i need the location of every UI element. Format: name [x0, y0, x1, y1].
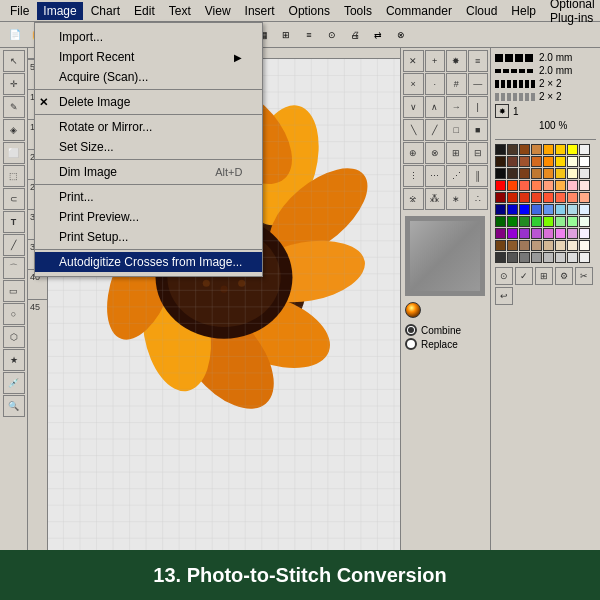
stitch-w1[interactable]: ※	[403, 188, 424, 210]
stitch-t1[interactable]: ⊕	[403, 142, 424, 164]
palette-color-23[interactable]	[579, 168, 590, 179]
palette-color-47[interactable]	[579, 204, 590, 215]
icon-1[interactable]: ⊙	[495, 267, 513, 285]
palette-color-79[interactable]	[579, 252, 590, 263]
palette-color-59[interactable]	[531, 228, 542, 239]
tool-star[interactable]: ★	[3, 349, 25, 371]
palette-color-6[interactable]	[567, 144, 578, 155]
stitch-hash[interactable]: #	[446, 73, 467, 95]
palette-color-10[interactable]	[519, 156, 530, 167]
palette-color-72[interactable]	[495, 252, 506, 263]
palette-color-28[interactable]	[543, 180, 554, 191]
palette-color-62[interactable]	[567, 228, 578, 239]
stitch-fill[interactable]: ■	[468, 119, 489, 141]
palette-color-19[interactable]	[531, 168, 542, 179]
tb9[interactable]: ⊙	[321, 24, 343, 46]
palette-color-75[interactable]	[531, 252, 542, 263]
palette-color-58[interactable]	[519, 228, 530, 239]
menu-print[interactable]: Print...	[35, 187, 262, 207]
tool-ellipse[interactable]: ○	[3, 303, 25, 325]
menu-plugins[interactable]: Optional Plug-ins	[544, 0, 600, 27]
palette-color-49[interactable]	[507, 216, 518, 227]
palette-color-50[interactable]	[519, 216, 530, 227]
menu-options[interactable]: Options	[283, 2, 336, 20]
stitch-dash[interactable]: —	[468, 73, 489, 95]
stitch-h[interactable]: ∧	[425, 96, 446, 118]
menu-file[interactable]: File	[4, 2, 35, 20]
tb7[interactable]: ⊞	[275, 24, 297, 46]
menu-help[interactable]: Help	[505, 2, 542, 20]
stitch-arrow[interactable]: →	[446, 96, 467, 118]
palette-color-15[interactable]	[579, 156, 590, 167]
stitch-w2[interactable]: ⁂	[425, 188, 446, 210]
palette-color-9[interactable]	[507, 156, 518, 167]
palette-color-52[interactable]	[543, 216, 554, 227]
palette-color-4[interactable]	[543, 144, 554, 155]
stitch-v[interactable]: ∨	[403, 96, 424, 118]
menu-edit[interactable]: Edit	[128, 2, 161, 20]
palette-color-65[interactable]	[507, 240, 518, 251]
palette-color-68[interactable]	[543, 240, 554, 251]
tb11[interactable]: ⇄	[367, 24, 389, 46]
menu-import-recent[interactable]: Import Recent ▶	[35, 47, 262, 67]
palette-color-70[interactable]	[567, 240, 578, 251]
stitch-x[interactable]: ×	[403, 73, 424, 95]
palette-color-42[interactable]	[519, 204, 530, 215]
tool-eyedropper[interactable]: 💉	[3, 372, 25, 394]
palette-color-77[interactable]	[555, 252, 566, 263]
menu-rotate[interactable]: Rotate or Mirror...	[35, 117, 262, 137]
palette-color-26[interactable]	[519, 180, 530, 191]
tool-curve[interactable]: ⌒	[3, 257, 25, 279]
menu-autodigitize[interactable]: Autodigitize Crosses from Image...	[35, 252, 262, 272]
palette-color-22[interactable]	[567, 168, 578, 179]
palette-color-54[interactable]	[567, 216, 578, 227]
palette-color-2[interactable]	[519, 144, 530, 155]
tb10[interactable]: 🖨	[344, 24, 366, 46]
combine-radio[interactable]	[405, 324, 417, 336]
tool-polygon[interactable]: ⬡	[3, 326, 25, 348]
palette-color-45[interactable]	[555, 204, 566, 215]
menu-chart[interactable]: Chart	[85, 2, 126, 20]
palette-color-38[interactable]	[567, 192, 578, 203]
palette-color-56[interactable]	[495, 228, 506, 239]
menu-tools[interactable]: Tools	[338, 2, 378, 20]
stitch-u1[interactable]: ⋮	[403, 165, 424, 187]
palette-color-7[interactable]	[579, 144, 590, 155]
palette-color-35[interactable]	[531, 192, 542, 203]
stitch-t4[interactable]: ⊟	[468, 142, 489, 164]
palette-color-37[interactable]	[555, 192, 566, 203]
palette-color-55[interactable]	[579, 216, 590, 227]
palette-color-20[interactable]	[543, 168, 554, 179]
tool-select[interactable]: ⬚	[3, 165, 25, 187]
stitch-u3[interactable]: ⋰	[446, 165, 467, 187]
menu-cloud[interactable]: Cloud	[460, 2, 503, 20]
palette-color-8[interactable]	[495, 156, 506, 167]
stitch-sq[interactable]: □	[446, 119, 467, 141]
stitch-u4[interactable]: ║	[468, 165, 489, 187]
palette-color-1[interactable]	[507, 144, 518, 155]
stitch-plus[interactable]: +	[425, 50, 446, 72]
menu-print-preview[interactable]: Print Preview...	[35, 207, 262, 227]
palette-color-48[interactable]	[495, 216, 506, 227]
tool-eraser[interactable]: ⬜	[3, 142, 25, 164]
palette-color-25[interactable]	[507, 180, 518, 191]
stitch-cross[interactable]: ✕	[403, 50, 424, 72]
tool-lasso[interactable]: ⊂	[3, 188, 25, 210]
color-circle[interactable]	[405, 302, 421, 318]
tool-pencil[interactable]: ✎	[3, 96, 25, 118]
palette-color-12[interactable]	[543, 156, 554, 167]
palette-color-78[interactable]	[567, 252, 578, 263]
palette-color-11[interactable]	[531, 156, 542, 167]
palette-color-61[interactable]	[555, 228, 566, 239]
palette-color-34[interactable]	[519, 192, 530, 203]
stitch-diag[interactable]: ╲	[403, 119, 424, 141]
menu-image[interactable]: Image	[37, 2, 82, 20]
menu-dim-image[interactable]: Dim Image Alt+D	[35, 162, 262, 182]
palette-color-60[interactable]	[543, 228, 554, 239]
tool-fill[interactable]: ◈	[3, 119, 25, 141]
icon-6[interactable]: ↩	[495, 287, 513, 305]
replace-radio[interactable]	[405, 338, 417, 350]
menu-acquire[interactable]: Acquire (Scan)...	[35, 67, 262, 87]
palette-color-33[interactable]	[507, 192, 518, 203]
palette-color-51[interactable]	[531, 216, 542, 227]
